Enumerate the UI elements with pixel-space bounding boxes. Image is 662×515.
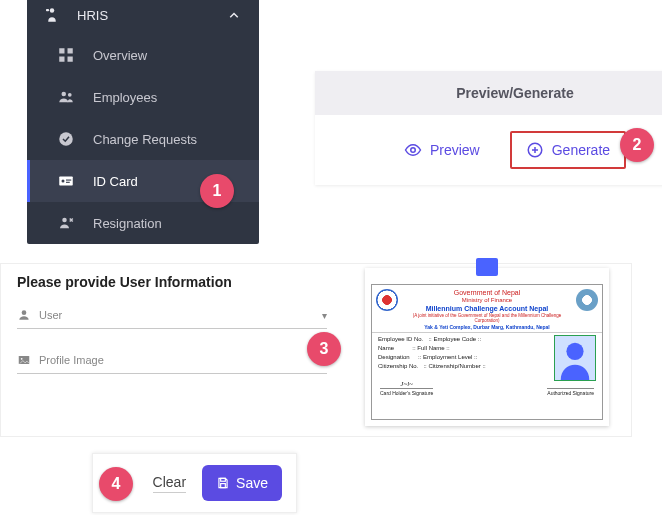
profile-image-label: Profile Image [39, 354, 104, 366]
svg-rect-12 [66, 182, 70, 183]
save-icon [216, 476, 230, 490]
sidebar: HRIS Overview Employees Change Requests … [27, 0, 259, 244]
svg-point-16 [22, 310, 27, 315]
sidebar-item-change-requests[interactable]: Change Requests [27, 118, 259, 160]
id-card-preview: Government of Nepal Ministry of Finance … [365, 268, 609, 426]
svg-rect-2 [59, 48, 64, 53]
image-icon [17, 353, 31, 367]
dashboard-icon [57, 46, 75, 64]
svg-rect-21 [221, 484, 226, 488]
sidebar-item-employees[interactable]: Employees [27, 76, 259, 118]
check-circle-icon [57, 130, 75, 148]
svg-point-0 [50, 8, 55, 13]
person-icon [17, 308, 31, 322]
preview-generate-title: Preview/Generate [315, 71, 662, 115]
generate-button[interactable]: Generate [510, 131, 626, 169]
svg-rect-9 [59, 177, 73, 186]
step-badge-1: 1 [200, 174, 234, 208]
save-label: Save [236, 475, 268, 491]
sidebar-item-label: Employees [93, 90, 157, 105]
svg-rect-1 [46, 9, 49, 11]
sidebar-item-label: Overview [93, 48, 147, 63]
save-button[interactable]: Save [202, 465, 282, 501]
step-badge-2: 2 [620, 128, 654, 162]
preview-generate-actions: Preview Generate [315, 115, 662, 185]
step-badge-3: 3 [307, 332, 341, 366]
svg-point-6 [62, 92, 67, 97]
sidebar-item-label: Resignation [93, 216, 162, 231]
svg-point-10 [62, 180, 65, 183]
generate-label: Generate [552, 142, 610, 158]
nepal-emblem-icon [376, 289, 398, 311]
user-info-title: Please provide User Information [17, 274, 327, 290]
sidebar-item-label: ID Card [93, 174, 138, 189]
user-select-label: User [39, 309, 62, 321]
idcard-addr: Yak & Yeti Complex, Durbar Marg, Kathman… [402, 324, 572, 330]
svg-rect-20 [221, 478, 226, 481]
badge-clip-icon [476, 258, 498, 276]
svg-point-8 [59, 132, 73, 146]
id-card-icon [57, 172, 75, 190]
holder-signature-icon: J~l~ [380, 381, 433, 388]
id-photo-placeholder [554, 335, 596, 381]
sidebar-section-hris[interactable]: HRIS [27, 0, 259, 34]
person-remove-icon [57, 214, 75, 232]
eye-icon [404, 141, 422, 159]
chevron-up-icon [225, 6, 243, 24]
svg-point-7 [68, 93, 72, 97]
user-select[interactable]: User ▾ [17, 302, 327, 329]
auth-signature-icon [547, 381, 594, 388]
profile-image-field[interactable]: Profile Image [17, 347, 327, 374]
people-icon [57, 88, 75, 106]
holder-sig-label: Card Holder's Signature [380, 388, 433, 396]
svg-point-19 [566, 343, 583, 360]
svg-point-18 [21, 358, 23, 360]
idcard-gov: Government of Nepal [402, 289, 572, 297]
svg-rect-11 [66, 180, 71, 181]
sidebar-item-resignation[interactable]: Resignation [27, 202, 259, 244]
preview-button[interactable]: Preview [404, 141, 480, 159]
svg-rect-5 [68, 57, 73, 62]
sidebar-section-label: HRIS [77, 8, 225, 23]
idcard-sub: (A joint initiative of the Government of… [402, 313, 572, 324]
idcard-ministry: Ministry of Finance [402, 297, 572, 304]
svg-point-13 [62, 218, 67, 223]
chevron-down-icon: ▾ [322, 310, 327, 321]
auth-sig-label: Authorized Signature [547, 388, 594, 396]
preview-label: Preview [430, 142, 480, 158]
sidebar-item-label: Change Requests [93, 132, 197, 147]
clear-button[interactable]: Clear [153, 474, 186, 493]
mcc-emblem-icon [576, 289, 598, 311]
svg-rect-4 [59, 57, 64, 62]
svg-point-14 [411, 148, 416, 153]
plus-circle-icon [526, 141, 544, 159]
person-badge-icon [43, 6, 61, 24]
idcard-org: Millennium Challenge Account Nepal [402, 305, 572, 313]
svg-rect-3 [68, 48, 73, 53]
preview-generate-panel: Preview/Generate Preview Generate [315, 71, 662, 185]
sidebar-item-overview[interactable]: Overview [27, 34, 259, 76]
step-badge-4: 4 [99, 467, 133, 501]
